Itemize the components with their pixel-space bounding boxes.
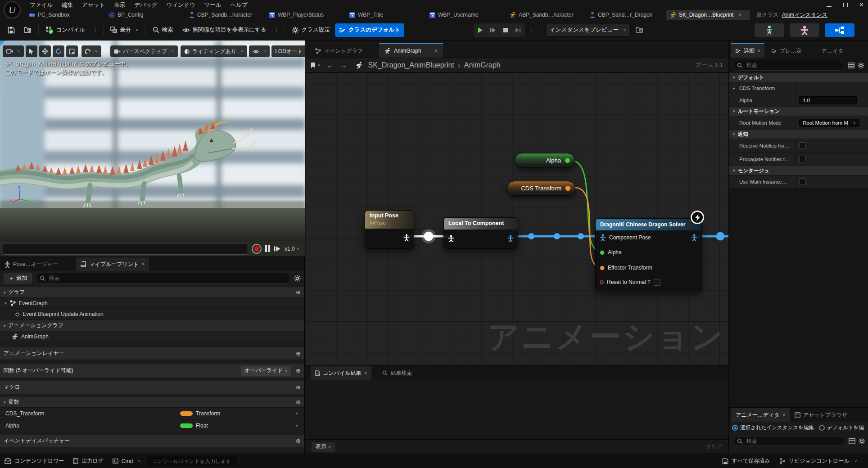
- show-dropdown[interactable]: 表示∨: [312, 442, 335, 452]
- asset-tab-wbp-username[interactable]: WBP_Username: [426, 10, 506, 20]
- menu-asset[interactable]: アセット: [77, 0, 109, 10]
- skip-button[interactable]: [512, 24, 524, 36]
- pause-button[interactable]: [265, 245, 270, 252]
- expand-icon[interactable]: ▸: [733, 86, 735, 90]
- add-button[interactable]: ＋ 追加: [4, 273, 32, 284]
- tab-anim-preview-editor[interactable]: アニメー…ディタ ×: [731, 408, 790, 422]
- radio-edit-defaults[interactable]: [819, 425, 825, 431]
- preview-viewport[interactable]: Z X Y ∨ ∨ パースペクティブ∨ ライティングあり∨ ∨ LODオート∨ …: [0, 40, 305, 256]
- tab-animgraph-doc[interactable]: AnimGraph ×: [379, 43, 443, 58]
- select-tool-button[interactable]: [26, 45, 37, 57]
- radio-edit-selected[interactable]: [732, 425, 738, 431]
- animgraph-canvas[interactable]: アニメーション Alpha CDS Transform: [305, 73, 728, 365]
- save-button[interactable]: [4, 23, 19, 37]
- section-animation-layers[interactable]: アニメーションレイヤー⊕: [0, 347, 304, 360]
- anim-blueprint-editor-button[interactable]: [825, 23, 854, 37]
- float-output-pin[interactable]: [565, 158, 570, 163]
- table-view-icon[interactable]: [849, 438, 855, 444]
- section-macros[interactable]: マクロ⊕: [0, 381, 304, 394]
- move-tool-button[interactable]: [39, 45, 51, 57]
- tab-close-icon[interactable]: ×: [757, 48, 760, 54]
- tab-asset-data[interactable]: ア…イタ: [818, 44, 848, 58]
- diff-button[interactable]: 差分∨: [106, 23, 143, 37]
- search-input[interactable]: [48, 274, 286, 282]
- component-pose-output-pin[interactable]: [507, 235, 514, 242]
- scale-tool-button[interactable]: [66, 45, 78, 57]
- gear-icon[interactable]: [294, 275, 301, 282]
- revision-control-button[interactable]: リビジョンコントロール ∨: [775, 457, 868, 465]
- propagate-notifies-checkbox[interactable]: [799, 156, 806, 162]
- tab-close-icon[interactable]: ×: [141, 261, 145, 267]
- search-input[interactable]: [746, 437, 841, 445]
- asset-tab-cbp-sandbox-character[interactable]: CBP_Sandb…haracter: [185, 10, 266, 20]
- hide-options-button[interactable]: ⋮: [271, 27, 282, 33]
- parent-class-link[interactable]: Animインスタンス: [782, 11, 827, 19]
- section-animation-graphs[interactable]: ▾アニメーショングラフ: [0, 320, 304, 331]
- effector-transform-input-pin[interactable]: [600, 266, 605, 270]
- add-macro-icon[interactable]: ⊕: [296, 384, 301, 391]
- tab-pose-manager[interactable]: Pose…ネージャー: [0, 257, 63, 271]
- use-main-instance-checkbox[interactable]: [799, 178, 806, 185]
- node-alpha-getter[interactable]: Alpha: [515, 153, 575, 168]
- clear-button[interactable]: クリア: [705, 443, 722, 450]
- section-variables[interactable]: ▾変数⊕: [0, 397, 304, 408]
- pose-output-pin[interactable]: [403, 234, 410, 241]
- tab-details[interactable]: 詳細 ×: [731, 43, 764, 58]
- asset-tab-sk-dragon-blueprint[interactable]: SK_Dragon…Blueprint ×: [666, 10, 750, 20]
- compile-options-button[interactable]: ⋮: [90, 27, 100, 33]
- section-functions[interactable]: 関数 (5 オーバーライド可能) オーバーライド∨ ⊕: [0, 364, 304, 378]
- timeline-scrubber[interactable]: [3, 243, 248, 255]
- add-variable-icon[interactable]: ⊕: [296, 399, 301, 405]
- prop-alpha[interactable]: Alpha 1.0: [729, 94, 868, 107]
- play-button[interactable]: [475, 24, 486, 36]
- asset-tab-wbp-title[interactable]: WBP_Title: [346, 10, 426, 20]
- tab-compile-results[interactable]: コンパイル結果 ×: [311, 366, 371, 380]
- menu-edit[interactable]: 編集: [57, 0, 77, 10]
- component-pose-input-pin[interactable]: [600, 234, 606, 241]
- browse-asset-button[interactable]: [20, 23, 36, 37]
- tab-find-results[interactable]: 結果検索: [378, 366, 416, 380]
- tab-eventgraph-doc[interactable]: イベントグラフ: [310, 44, 368, 58]
- preview-instance-dropdown[interactable]: インスタンスをプレビュー∨: [545, 24, 631, 36]
- frame-step-button[interactable]: [487, 24, 499, 36]
- breadcrumb-leaf[interactable]: AnimGraph: [464, 61, 501, 69]
- section-root-motion[interactable]: ▾ルートモーション: [729, 107, 868, 116]
- viewport-options-button[interactable]: ∨: [3, 45, 24, 57]
- row-eventgraph[interactable]: ▾ EventGraph: [0, 298, 304, 309]
- gear-icon[interactable]: [859, 438, 865, 445]
- root-motion-mode-dropdown[interactable]: Root Motion from M∨: [799, 119, 859, 127]
- reset-checkbox[interactable]: [654, 279, 660, 286]
- prop-use-main-instance[interactable]: Use Main Instance…: [729, 176, 868, 188]
- menu-view[interactable]: 表示: [109, 0, 130, 10]
- override-dropdown[interactable]: オーバーライド∨: [241, 366, 291, 376]
- perspective-dropdown[interactable]: パースペクティブ∨: [110, 45, 178, 57]
- class-defaults-button[interactable]: クラスのデフォルト: [335, 23, 404, 37]
- row-event-update-animation[interactable]: ◇ Event Blueprint Update Animation: [0, 309, 304, 320]
- tab-close-icon[interactable]: ×: [738, 12, 741, 18]
- show-flags-dropdown[interactable]: ∨: [249, 45, 270, 57]
- row-variable-cds-transform[interactable]: CDS_Transform Transform ∨: [0, 408, 304, 420]
- section-notifies[interactable]: ▾通知: [729, 130, 868, 139]
- prop-receive-notifies[interactable]: Receive Notifies fro…: [729, 139, 868, 153]
- view-mode-dropdown[interactable]: ライティングあり∨: [181, 45, 247, 57]
- menu-debug[interactable]: デバッグ: [130, 0, 162, 10]
- section-montage[interactable]: ▾モンタージュ: [729, 166, 868, 176]
- compile-button[interactable]: コンパイル: [41, 23, 89, 37]
- anim-preview-search[interactable]: [733, 436, 845, 446]
- maximize-button[interactable]: [843, 3, 848, 7]
- content-drawer-button[interactable]: コンテンツドロワー: [0, 454, 68, 468]
- transform-output-pin[interactable]: [565, 185, 571, 191]
- asset-tab-wbp-playerstatus[interactable]: WBP_PlayerStatus: [266, 10, 346, 20]
- add-graph-icon[interactable]: ⊕: [296, 289, 301, 296]
- hide-unrelated-button[interactable]: 無関係な項目を非表示にする: [178, 23, 271, 37]
- node-cds-transform-getter[interactable]: CDS Transform: [507, 181, 575, 196]
- asset-tab-abp-sandbox-character[interactable]: ABP_Sandb…haracter: [506, 10, 586, 20]
- unreal-logo-icon[interactable]: U: [4, 1, 21, 18]
- class-settings-button[interactable]: クラス設定: [288, 23, 334, 37]
- asset-tab-cbp-sandbox-dragon[interactable]: CBP_Sand…r_Dragon: [586, 10, 666, 20]
- snap-settings-button[interactable]: ∨: [81, 45, 102, 57]
- table-view-icon[interactable]: [848, 63, 854, 68]
- component-pose-output-pin[interactable]: [691, 234, 697, 241]
- add-dispatcher-icon[interactable]: ⊕: [296, 437, 301, 444]
- gear-icon[interactable]: [858, 62, 864, 69]
